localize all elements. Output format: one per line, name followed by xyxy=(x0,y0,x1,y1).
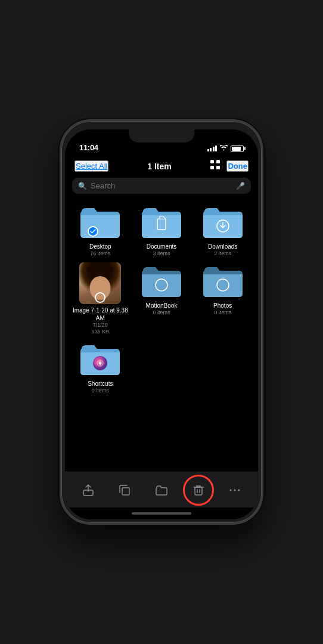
more-button[interactable] xyxy=(223,478,247,502)
phone-device: 11:04 Select All xyxy=(60,119,263,525)
status-icons xyxy=(207,145,244,152)
motionbook-folder-icon xyxy=(141,262,182,299)
mic-icon[interactable]: 🎤 xyxy=(236,182,245,190)
desktop-folder-icon xyxy=(79,203,121,240)
battery-icon xyxy=(231,145,244,152)
downloads-label: Downloads xyxy=(208,243,237,250)
image-date: 7/1/20 xyxy=(93,322,108,329)
search-icon: 🔍 xyxy=(78,182,87,190)
list-item[interactable]: Desktop 76 items xyxy=(72,203,129,258)
documents-label: Documents xyxy=(147,243,177,250)
documents-folder-icon xyxy=(141,203,182,240)
documents-count: 3 items xyxy=(153,250,170,258)
home-indicator xyxy=(65,507,258,519)
notch xyxy=(129,129,194,143)
image-size: 116 KB xyxy=(92,329,110,336)
desktop-count: 76 items xyxy=(90,250,110,258)
search-bar: 🔍 🎤 xyxy=(72,178,251,194)
shortcuts-label: Shortcuts xyxy=(88,380,113,388)
svg-rect-12 xyxy=(195,487,202,495)
motionbook-count: 0 items xyxy=(153,309,170,317)
photos-folder-icon xyxy=(202,262,244,299)
downloads-count: 2 items xyxy=(214,250,231,258)
image-select-ring xyxy=(95,292,105,303)
copy-button[interactable] xyxy=(113,478,136,502)
list-item[interactable]: MotionBook 0 items xyxy=(133,262,190,336)
shortcuts-count: 0 items xyxy=(92,388,109,395)
list-item[interactable]: Documents 3 items xyxy=(133,203,190,258)
move-button[interactable] xyxy=(150,478,173,502)
wifi-icon xyxy=(220,145,228,152)
file-grid: Desktop 76 items Documents 3 items xyxy=(65,199,258,472)
list-item[interactable]: Downloads 2 items xyxy=(194,203,251,258)
svg-rect-3 xyxy=(216,166,220,169)
photos-count: 0 items xyxy=(214,309,231,317)
item-count-label: 1 Item xyxy=(147,162,171,171)
delete-button[interactable] xyxy=(187,478,210,502)
grid-view-button[interactable] xyxy=(210,159,220,173)
svg-point-16 xyxy=(234,489,236,491)
list-item[interactable]: Image 7-1-20 at 9.38 AM 7/1/20 116 KB xyxy=(72,262,129,336)
shortcuts-folder-icon xyxy=(79,340,121,377)
status-time: 11:04 xyxy=(79,143,98,152)
share-button[interactable] xyxy=(76,478,100,502)
home-bar xyxy=(132,512,191,515)
svg-point-15 xyxy=(230,489,232,491)
select-all-button[interactable]: Select All xyxy=(74,160,108,172)
image-label: Image 7-1-20 at 9.38 AM xyxy=(72,306,129,322)
search-input[interactable] xyxy=(91,181,232,190)
svg-rect-0 xyxy=(210,160,214,163)
svg-rect-11 xyxy=(122,488,129,495)
image-thumbnail xyxy=(79,262,121,304)
phone-screen: 11:04 Select All xyxy=(65,129,258,519)
downloads-folder-icon xyxy=(202,203,244,240)
toolbar: Select All 1 Item Done xyxy=(65,156,258,178)
photos-label: Photos xyxy=(213,302,232,309)
svg-rect-2 xyxy=(210,166,214,169)
motionbook-label: MotionBook xyxy=(146,302,178,309)
desktop-label: Desktop xyxy=(89,243,111,250)
svg-rect-1 xyxy=(216,160,220,163)
svg-point-17 xyxy=(238,489,240,491)
list-item[interactable]: Shortcuts 0 items xyxy=(72,340,129,395)
items-grid: Desktop 76 items Documents 3 items xyxy=(72,203,251,395)
done-button[interactable]: Done xyxy=(226,160,249,172)
toolbar-right: Done xyxy=(210,159,249,173)
bottom-navigation xyxy=(65,472,258,507)
signal-icon xyxy=(207,145,218,151)
list-item[interactable]: Photos 0 items xyxy=(194,262,251,336)
